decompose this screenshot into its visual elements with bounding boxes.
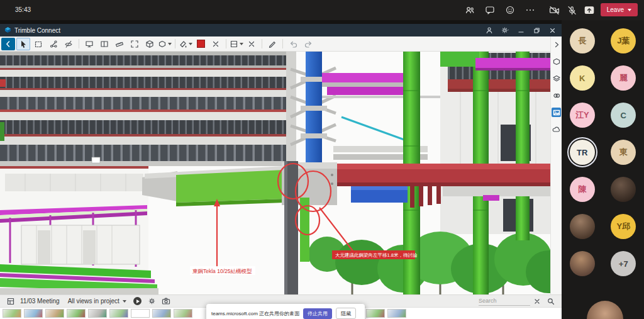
models-panel-icon[interactable] <box>552 57 561 66</box>
hide-object-tool[interactable] <box>62 38 75 50</box>
mic-off-icon[interactable] <box>566 4 577 16</box>
side-panel-bar <box>550 36 562 307</box>
view-thumbnail[interactable] <box>109 309 128 318</box>
stop-sharing-button[interactable]: 停止共用 <box>303 308 332 319</box>
snapshot-panel-icon[interactable] <box>552 108 561 117</box>
restore-window-icon[interactable] <box>531 26 541 35</box>
active-color-swatch[interactable] <box>194 38 208 50</box>
views-filter-value: All views in project <box>68 298 119 305</box>
participants-icon[interactable] <box>464 4 475 16</box>
building-right <box>440 52 550 234</box>
clear-section-button[interactable] <box>245 38 258 50</box>
svg-text:東鋼Tekla 10/25結構模型: 東鋼Tekla 10/25結構模型 <box>192 268 252 274</box>
clash-panel-icon[interactable] <box>552 91 561 100</box>
participant-avatar[interactable]: Y邱 <box>611 214 636 239</box>
minimize-window-icon[interactable] <box>516 26 526 35</box>
screen-share-banner: teams.microsoft.com 正在共用你的畫面 停止共用 隱藏 <box>206 304 365 319</box>
view-thumbnail[interactable] <box>131 309 150 318</box>
marquee-select-tool[interactable] <box>31 38 45 50</box>
measure-tool[interactable] <box>113 38 126 50</box>
share-message: teams.microsoft.com 正在共用你的畫面 <box>211 310 299 317</box>
view-settings-gear-icon[interactable] <box>147 296 157 306</box>
leave-options-chevron-icon[interactable] <box>628 9 631 11</box>
sync-cloud-icon[interactable] <box>552 125 561 134</box>
clear-search-icon[interactable] <box>532 296 542 306</box>
connected-select-tool[interactable] <box>47 38 60 50</box>
view-thumbnail[interactable] <box>88 309 107 318</box>
zoom-fit-tool[interactable] <box>128 38 142 50</box>
settings-gear-icon[interactable] <box>500 26 510 35</box>
view-thumbnail[interactable] <box>45 309 64 318</box>
paint-color-tool[interactable] <box>179 38 192 50</box>
expand-panel-chevron-icon[interactable] <box>552 40 561 49</box>
participant-avatar[interactable]: 陳 <box>570 177 595 202</box>
participant-avatar[interactable]: C <box>611 103 636 128</box>
building-facade-left <box>0 52 286 166</box>
view-thumbnail[interactable] <box>366 309 385 318</box>
view-thumbnail[interactable] <box>24 309 43 318</box>
leave-button-label: Leave <box>607 6 624 13</box>
viewport-container: 大元建議此鋼梁向左平移1.8米，待討論 東鋼Tekla 10/25結構模型 <box>0 52 550 294</box>
search-icon[interactable] <box>546 296 556 306</box>
window-title: Trimble Connect <box>14 27 60 34</box>
svg-text:大元建議此鋼梁向左平移1.8米，待討論: 大元建議此鋼梁向左平移1.8米，待討論 <box>335 252 418 258</box>
select-tool[interactable] <box>16 38 30 50</box>
markup-tool[interactable] <box>265 38 279 50</box>
participant-avatar-photo[interactable] <box>611 177 636 202</box>
participant-avatar[interactable]: 麗 <box>611 65 636 91</box>
participant-avatar[interactable]: 東 <box>611 140 636 165</box>
participant-avatar[interactable]: 江Y <box>570 103 595 128</box>
account-icon[interactable] <box>484 26 494 35</box>
hide-banner-button[interactable]: 隱藏 <box>336 308 356 319</box>
participant-avatar-photo[interactable] <box>570 251 595 276</box>
leave-button[interactable]: Leave <box>601 3 638 16</box>
viewer-toolbar <box>0 36 562 52</box>
undo-button[interactable] <box>286 38 300 50</box>
annotation-suggestion-label: 大元建議此鋼梁向左平移1.8米，待討論 <box>332 250 418 259</box>
participant-avatar[interactable]: J葉 <box>611 28 636 53</box>
3d-viewport[interactable]: 大元建議此鋼梁向左平移1.8米，待討論 東鋼Tekla 10/25結構模型 <box>0 52 550 294</box>
layers-panel-icon[interactable] <box>552 74 561 83</box>
participant-overflow-badge[interactable]: +7 <box>611 251 636 276</box>
screen-share-active-icon[interactable] <box>584 4 595 16</box>
present-screen-tool[interactable] <box>82 38 96 50</box>
clear-color-button[interactable] <box>209 38 223 50</box>
more-options-icon[interactable] <box>525 4 536 16</box>
view-thumbnail[interactable] <box>152 309 171 318</box>
canopy-and-plaza <box>0 166 158 294</box>
meeting-view-label[interactable]: 11/03 Meeting <box>20 298 60 305</box>
teams-meeting-bar: 35:43 Leave <box>0 0 644 20</box>
chevron-down-icon <box>123 300 126 303</box>
meeting-timer: 35:43 <box>15 6 31 13</box>
close-window-icon[interactable] <box>547 26 557 35</box>
participant-avatar[interactable]: K <box>570 65 595 91</box>
section-plane-tool[interactable] <box>230 38 243 50</box>
trimble-connect-window: Trimble Connect <box>0 24 562 319</box>
chat-icon[interactable] <box>484 4 496 16</box>
camera-off-icon[interactable] <box>548 4 560 16</box>
view-thumbnail[interactable] <box>67 309 86 318</box>
snapshot-camera-icon[interactable] <box>161 296 171 306</box>
view-thumbnail[interactable] <box>3 309 21 318</box>
participant-avatar[interactable]: 長 <box>570 28 595 53</box>
reactions-icon[interactable] <box>504 4 516 16</box>
redo-button[interactable] <box>301 38 315 50</box>
split-panel-tool[interactable] <box>97 38 111 50</box>
self-video-avatar[interactable] <box>587 301 623 319</box>
view-thumbnail[interactable] <box>387 309 406 318</box>
view-cube-tool[interactable] <box>143 38 157 50</box>
projection-tool[interactable] <box>158 38 172 50</box>
participants-panel: 長 J葉 K 麗 江Y C TR 東 陳 Y邱 +7 <box>562 20 644 319</box>
trimble-logo <box>4 25 11 36</box>
participant-avatar-active[interactable]: TR <box>570 140 595 165</box>
view-thumbnail[interactable] <box>174 309 192 318</box>
views-panel-icon[interactable] <box>6 296 16 306</box>
participant-avatar-photo[interactable] <box>570 214 595 239</box>
search-input[interactable] <box>479 297 530 306</box>
views-filter-dropdown[interactable]: All views in project <box>65 297 130 305</box>
trimble-titlebar: Trimble Connect <box>0 24 562 36</box>
play-views-button[interactable] <box>133 297 142 305</box>
annotation-model-label: 東鋼Tekla 10/25結構模型 <box>190 266 255 275</box>
back-button[interactable] <box>1 38 15 50</box>
